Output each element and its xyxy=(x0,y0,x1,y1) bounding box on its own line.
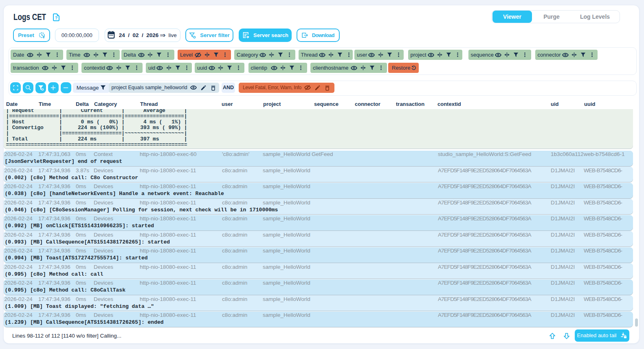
svg-text:?: ? xyxy=(55,15,57,20)
